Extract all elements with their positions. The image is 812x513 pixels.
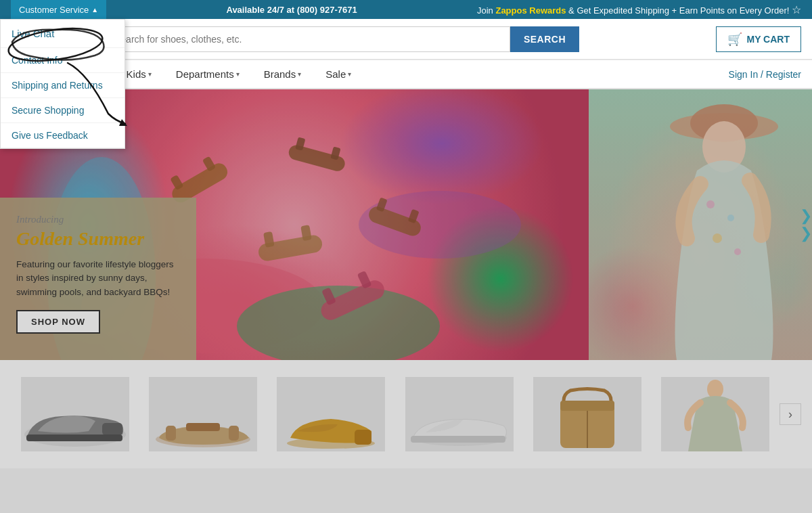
dress-svg [661,377,769,451]
hero-description: Featuring our favorite lifestyle blogger… [16,258,180,299]
dropdown-arrow-icon: ▲ [91,6,98,14]
cart-label: MY CART [746,34,790,45]
product-strip: › [0,360,812,468]
svg-rect-35 [355,430,371,445]
tote-bag-svg [533,377,641,451]
dropdown-item-secure-shopping[interactable]: Secure Shopping [1,98,125,123]
chevron-down-icon: ▾ [348,70,351,78]
product-image [533,377,641,451]
hero-next-arrows[interactable]: ❯ ❯ [800,208,812,241]
next-arrow-icon: › [788,407,792,422]
hero-overlay-box: Introducing Golden Summer Featuring our … [0,198,196,360]
dropdown-item-live-chat[interactable]: Live Chat [1,20,125,48]
svg-rect-28 [102,423,122,435]
customer-service-label: Customer Service [19,5,89,15]
sandals-svg [149,397,257,451]
chevron-down-icon: ▾ [148,70,152,78]
svg-point-41 [707,380,723,399]
svg-rect-33 [186,423,220,431]
nav-item-sale[interactable]: Sale ▾ [313,60,363,89]
chevron-down-icon: ▾ [236,70,240,78]
rewards-suffix: & Get Expedited Shipping + Earn Points o… [568,5,789,16]
rewards-text-area: Join Zappos Rewards & Get Expedited Ship… [477,3,801,16]
svg-rect-39 [560,401,614,411]
nav-departments-label: Departments [176,68,234,80]
product-strip-next-button[interactable]: › [780,403,801,425]
product-image [21,377,129,451]
nav-brands-label: Brands [264,68,296,80]
product-image [149,377,257,451]
rewards-brand: Zappos Rewards [495,5,566,16]
product-item-mule[interactable] [267,374,395,455]
svg-point-24 [727,215,734,221]
product-item-dress[interactable] [652,374,780,455]
rewards-prefix: Join [477,5,495,16]
search-input[interactable] [106,26,510,52]
svg-rect-37 [411,436,505,443]
running-shoe-svg [21,397,129,451]
nav-item-departments[interactable]: Departments ▾ [164,60,252,89]
sign-in-label: Sign In / Register [729,69,801,80]
product-image [661,377,769,451]
mule-svg [277,397,385,451]
chevron-down-icon: ▾ [298,70,301,78]
product-item-sandals[interactable] [139,374,267,455]
dropdown-item-feedback[interactable]: Give us Feedback [1,123,125,148]
svg-rect-31 [166,426,176,441]
product-item-running-shoe[interactable] [11,374,139,455]
cart-icon: 🛒 [727,32,742,47]
sign-in-link[interactable]: Sign In / Register [729,69,801,80]
header-right: 🛒 MY CART [716,26,801,52]
search-button-label: SEARCH [524,34,566,45]
product-item-tote-bag[interactable] [523,374,651,455]
svg-point-26 [734,248,741,255]
customer-service-dropdown: Live Chat Contact Info Shipping and Retu… [0,19,125,149]
dropdown-item-contact-info[interactable]: Contact Info [1,48,125,73]
nav-kids-label: Kids [127,68,146,80]
cart-button[interactable]: 🛒 MY CART [716,26,801,52]
nav-item-brands[interactable]: Brands ▾ [252,60,314,89]
introducing-text: Introducing [16,214,180,225]
hero-arrow-icon: ❯ [800,226,812,241]
svg-rect-32 [229,426,239,441]
hero-right-image: ❯ ❯ [589,89,812,360]
star-icon: ☆ [792,4,801,16]
golden-summer-text: Golden Summer [16,228,180,250]
svg-rect-19 [357,271,372,289]
svg-rect-29 [26,434,122,441]
available-label: Available 24/7 at [226,5,294,15]
dropdown-item-shipping-returns[interactable]: Shipping and Returns [1,73,125,98]
phone-number: (800) 927-7671 [297,5,357,15]
svg-point-23 [706,200,715,208]
product-image [405,377,514,451]
shop-now-label: SHOP NOW [31,317,85,327]
available-text-area: Available 24/7 at (800) 927-7671 [226,5,357,15]
search-container: SEARCH [106,26,579,52]
person-svg [650,103,798,360]
product-image [277,377,385,451]
svg-point-25 [713,233,722,243]
customer-service-button[interactable]: Customer Service ▲ [11,0,106,19]
top-bar: Customer Service ▲ Available 24/7 at (80… [0,0,812,19]
search-button[interactable]: SEARCH [510,26,579,52]
hero-arrow-icon: ❯ [800,208,812,223]
product-item-white-sneaker[interactable] [395,374,523,455]
shop-now-button[interactable]: SHOP NOW [16,310,100,334]
white-sneaker-svg [405,397,514,451]
nav-sale-label: Sale [325,68,346,80]
